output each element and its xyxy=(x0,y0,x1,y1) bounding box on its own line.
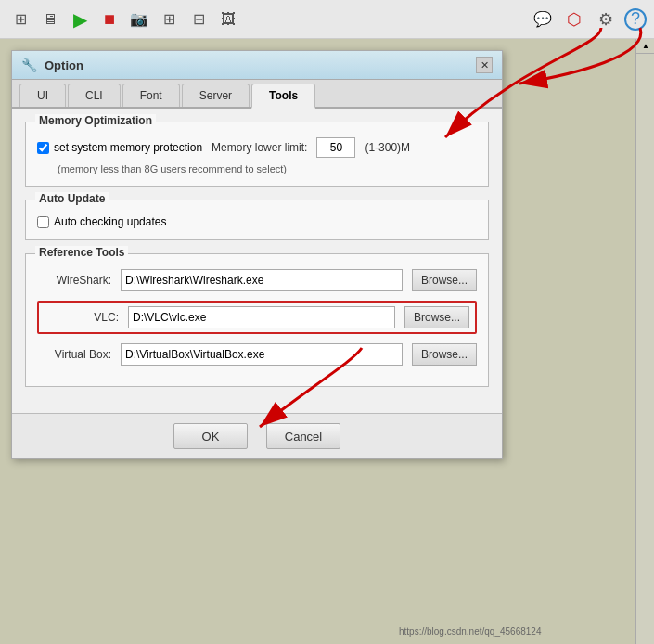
reference-tools-legend: Reference Tools xyxy=(35,246,128,259)
puzzle-icon[interactable]: ⊞ xyxy=(156,6,182,32)
ok-button[interactable]: OK xyxy=(173,423,248,449)
auto-update-legend: Auto Update xyxy=(35,192,109,205)
monitor-icon[interactable]: 🖥 xyxy=(37,6,63,32)
scrollbar-up-button[interactable]: ▲ xyxy=(636,39,654,54)
image-icon[interactable]: 🖼 xyxy=(215,6,241,32)
vlc-browse-button[interactable]: Browse... xyxy=(404,306,469,328)
tab-bar: UI CLI Font Server Tools xyxy=(12,80,502,109)
auto-update-checkbox-label[interactable]: Auto checking updates xyxy=(37,215,166,228)
auto-update-section: Auto Update Auto checking updates xyxy=(25,200,489,240)
memory-limit-input[interactable] xyxy=(316,137,355,158)
grid2-icon[interactable]: ⊟ xyxy=(186,6,212,32)
dialog-title: Option xyxy=(45,58,468,72)
camera-icon[interactable]: 📷 xyxy=(126,6,152,32)
url-hint: https://blog.csdn.net/qq_45668124 xyxy=(399,626,541,637)
vlc-row: VLC: Browse... xyxy=(37,301,477,334)
memory-section-legend: Memory Optimization xyxy=(35,114,156,127)
dialog-container: 选择安装的VLC 🔧 Option ✕ UI CLI Font Server T… xyxy=(0,39,635,644)
huawei-icon[interactable]: ⬡ xyxy=(561,6,587,32)
toolbar: ⊞ 🖥 ▶ ■ 📷 ⊞ ⊟ 🖼 💬 ⬡ ⚙ ? xyxy=(0,0,654,39)
dialog-title-icon: 🔧 xyxy=(21,58,37,72)
reference-tools-section: Reference Tools WireShark: Browse... VLC… xyxy=(25,253,489,387)
right-scrollbar: ▲ xyxy=(635,39,654,644)
memory-hint: (memory less than 8G users recommend to … xyxy=(37,163,477,174)
dialog-close-button[interactable]: ✕ xyxy=(476,57,493,73)
dialog-titlebar: 🔧 Option ✕ xyxy=(12,51,502,80)
settings-icon[interactable]: ⚙ xyxy=(593,6,619,32)
vlc-label: VLC: xyxy=(45,311,119,324)
dialog-footer: OK Cancel xyxy=(12,413,502,458)
cancel-button[interactable]: Cancel xyxy=(266,423,340,449)
auto-update-checkbox[interactable] xyxy=(37,216,49,228)
tab-cli[interactable]: CLI xyxy=(68,84,121,107)
memory-protection-checkbox[interactable] xyxy=(37,142,49,154)
main-area: 选择安装的VLC 🔧 Option ✕ UI CLI Font Server T… xyxy=(0,39,654,644)
wireshark-label: WireShark: xyxy=(37,274,111,287)
virtualbox-input[interactable] xyxy=(121,343,403,366)
dialog-body: Memory Optimization set system memory pr… xyxy=(12,109,502,413)
toolbar-right: 💬 ⬡ ⚙ ? xyxy=(530,6,647,32)
virtualbox-row: Virtual Box: Browse... xyxy=(37,343,477,366)
auto-update-row: Auto checking updates xyxy=(37,215,477,228)
wireshark-row: WireShark: Browse... xyxy=(37,269,477,291)
message-icon[interactable]: 💬 xyxy=(530,6,556,32)
virtualbox-browse-button[interactable]: Browse... xyxy=(412,343,477,366)
option-dialog: 🔧 Option ✕ UI CLI Font Server Tools Memo… xyxy=(11,50,503,459)
memory-protection-checkbox-label[interactable]: set system memory protection xyxy=(37,141,202,154)
tab-font[interactable]: Font xyxy=(122,84,180,107)
wireshark-input[interactable] xyxy=(121,269,403,291)
tab-server[interactable]: Server xyxy=(182,84,250,107)
memory-section: Memory Optimization set system memory pr… xyxy=(25,122,489,187)
stop-icon[interactable]: ■ xyxy=(96,6,122,32)
memory-limit-label: Memory lower limit: xyxy=(212,141,307,154)
wireshark-browse-button[interactable]: Browse... xyxy=(412,269,477,291)
memory-unit: (1-300)M xyxy=(365,141,410,154)
vlc-input[interactable] xyxy=(128,306,395,328)
scrollbar-track[interactable] xyxy=(636,54,654,644)
help-icon[interactable]: ? xyxy=(624,8,647,31)
tab-tools[interactable]: Tools xyxy=(251,84,315,109)
memory-row: set system memory protection Memory lowe… xyxy=(37,137,477,158)
virtualbox-label: Virtual Box: xyxy=(37,348,111,361)
play-icon[interactable]: ▶ xyxy=(67,6,93,32)
grid-icon[interactable]: ⊞ xyxy=(7,6,33,32)
tab-ui[interactable]: UI xyxy=(19,84,66,107)
